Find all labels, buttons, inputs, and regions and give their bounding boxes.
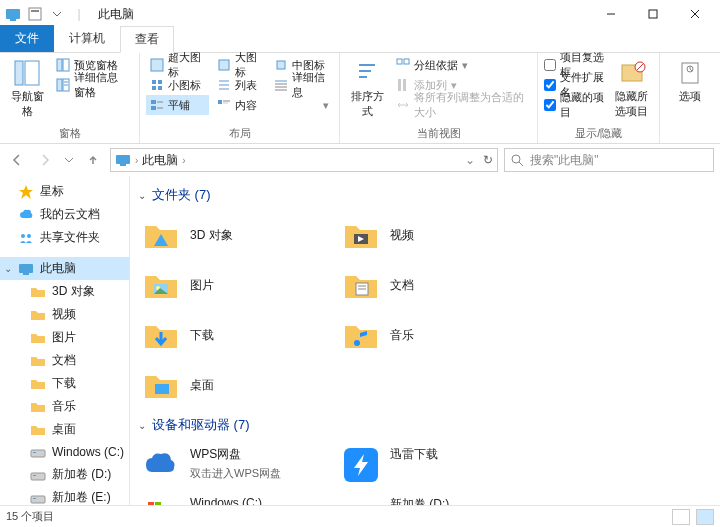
- svg-rect-7: [25, 61, 39, 85]
- tab-file[interactable]: 文件: [0, 25, 54, 52]
- svg-rect-54: [23, 273, 29, 275]
- chevron-down-icon: ⌄: [138, 420, 146, 431]
- tab-computer[interactable]: 计算机: [54, 25, 120, 52]
- address-bar-row: › 此电脑 › ⌄ ↻ 搜索"此电脑": [0, 144, 720, 176]
- layout-xl-icons[interactable]: 超大图标: [146, 55, 209, 75]
- navigation-tree[interactable]: 星标 我的云文档 共享文件夹 ⌄此电脑 3D 对象视频图片文档下载音乐桌面Win…: [0, 176, 130, 505]
- folder-item[interactable]: 3D 对象: [138, 210, 338, 260]
- nav-item[interactable]: 新加卷 (E:): [0, 486, 129, 505]
- qat-properties-icon[interactable]: [26, 5, 44, 23]
- folder-icon: [142, 266, 180, 304]
- group-by-button[interactable]: 分组依据 ▾: [392, 55, 531, 75]
- show-hide-group-label: 显示/隐藏: [544, 126, 653, 143]
- svg-point-77: [354, 340, 360, 346]
- content-area[interactable]: ⌄ 文件夹 (7) 3D 对象视频图片文档下载音乐桌面 ⌄ 设备和驱动器 (7)…: [130, 176, 720, 505]
- chevron-right-icon[interactable]: ›: [135, 155, 138, 166]
- folder-icon: [30, 422, 46, 438]
- svg-rect-38: [397, 59, 402, 64]
- folder-item[interactable]: 图片: [138, 260, 338, 310]
- folder-icon: [342, 266, 380, 304]
- size-columns-button[interactable]: 将所有列调整为合适的大小: [392, 95, 531, 115]
- disk-icon: [30, 444, 46, 460]
- svg-rect-9: [63, 59, 69, 71]
- svg-rect-60: [33, 498, 36, 499]
- status-view-icons[interactable]: [696, 509, 714, 525]
- svg-rect-0: [6, 9, 20, 19]
- nav-item[interactable]: 桌面: [0, 418, 129, 441]
- drives-section-header[interactable]: ⌄ 设备和驱动器 (7): [138, 410, 712, 440]
- address-bar[interactable]: › 此电脑 › ⌄ ↻: [110, 148, 498, 172]
- expander-icon[interactable]: ⌄: [4, 263, 12, 274]
- back-button[interactable]: [6, 149, 28, 171]
- breadcrumb-root[interactable]: 此电脑: [142, 152, 178, 169]
- hidden-items-checkbox[interactable]: 隐藏的项目: [544, 95, 606, 115]
- up-button[interactable]: [82, 149, 104, 171]
- svg-rect-19: [151, 100, 156, 104]
- search-box[interactable]: 搜索"此电脑": [504, 148, 714, 172]
- chevron-right-icon[interactable]: ›: [182, 155, 185, 166]
- layout-content[interactable]: 内容: [213, 95, 266, 115]
- layout-details[interactable]: 详细信息: [270, 75, 333, 95]
- folder-item[interactable]: 视频: [338, 210, 538, 260]
- disk-icon: [30, 490, 46, 506]
- details-pane-button[interactable]: 详细信息窗格: [52, 75, 133, 95]
- folder-item[interactable]: 桌面: [138, 360, 338, 410]
- maximize-button[interactable]: [632, 0, 674, 28]
- svg-rect-15: [152, 80, 156, 84]
- tab-view[interactable]: 查看: [120, 26, 174, 53]
- folders-section-header[interactable]: ⌄ 文件夹 (7): [138, 180, 712, 210]
- svg-rect-20: [151, 106, 156, 110]
- disk-icon: [342, 496, 380, 505]
- nav-item[interactable]: 3D 对象: [0, 280, 129, 303]
- layout-more[interactable]: ▾: [270, 95, 333, 115]
- svg-rect-53: [19, 264, 33, 273]
- svg-rect-55: [31, 450, 45, 457]
- svg-line-50: [519, 162, 523, 166]
- folder-icon: [142, 366, 180, 404]
- svg-point-52: [27, 234, 31, 238]
- nav-shared[interactable]: 共享文件夹: [0, 226, 129, 249]
- nav-item[interactable]: 下载: [0, 372, 129, 395]
- disk-icon: [142, 496, 180, 505]
- svg-rect-59: [31, 496, 45, 503]
- forward-button[interactable]: [34, 149, 56, 171]
- nav-this-pc[interactable]: ⌄此电脑: [0, 257, 129, 280]
- status-view-details[interactable]: [672, 509, 690, 525]
- nav-item[interactable]: 图片: [0, 326, 129, 349]
- app-icon: [4, 5, 22, 23]
- minimize-button[interactable]: [590, 0, 632, 28]
- nav-item[interactable]: 文档: [0, 349, 129, 372]
- nav-star[interactable]: 星标: [0, 180, 129, 203]
- options-button[interactable]: 选项: [666, 55, 714, 104]
- close-button[interactable]: [674, 0, 716, 28]
- svg-rect-23: [219, 60, 229, 70]
- address-dropdown-icon[interactable]: ⌄: [465, 153, 475, 167]
- nav-item[interactable]: 音乐: [0, 395, 129, 418]
- layout-s-icons[interactable]: 小图标: [146, 75, 209, 95]
- nav-item[interactable]: 视频: [0, 303, 129, 326]
- layout-tiles[interactable]: 平铺: [146, 95, 209, 115]
- folder-item[interactable]: 文档: [338, 260, 538, 310]
- navigation-pane-button[interactable]: 导航窗格: [6, 55, 48, 119]
- svg-rect-27: [218, 100, 222, 104]
- drive-xunlei[interactable]: 迅雷下载: [338, 440, 538, 490]
- sort-by-button[interactable]: 排序方式: [346, 55, 388, 119]
- qat-dropdown-icon[interactable]: [48, 5, 66, 23]
- nav-item[interactable]: Windows (C:): [0, 441, 129, 463]
- nav-cloud-docs[interactable]: 我的云文档: [0, 203, 129, 226]
- hide-selected-button[interactable]: 隐藏所选项目: [611, 55, 653, 119]
- folder-item[interactable]: 下载: [138, 310, 338, 360]
- layout-list[interactable]: 列表: [213, 75, 266, 95]
- drive-item[interactable]: Windows (C:)20.6 GB 可用, 共 178 GB: [138, 490, 338, 505]
- layout-group-label: 布局: [146, 126, 333, 143]
- svg-rect-10: [57, 79, 62, 91]
- svg-rect-5: [649, 10, 657, 18]
- layout-l-icons[interactable]: 大图标: [213, 55, 266, 75]
- folder-icon: [30, 399, 46, 415]
- folder-item[interactable]: 音乐: [338, 310, 538, 360]
- drive-wps[interactable]: WPS网盘双击进入WPS网盘: [138, 440, 338, 490]
- history-dropdown[interactable]: [62, 149, 76, 171]
- refresh-button[interactable]: ↻: [483, 153, 493, 167]
- drive-item[interactable]: 新加卷 (D:)47.4 GB 可用, 共 50.9 GB: [338, 490, 538, 505]
- nav-item[interactable]: 新加卷 (D:): [0, 463, 129, 486]
